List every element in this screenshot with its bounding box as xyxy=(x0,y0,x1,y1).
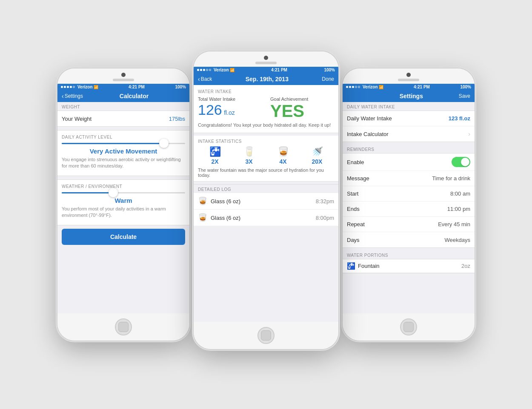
screen-right: DAILY WATER INTAKE Daily Water Intake 12… xyxy=(343,102,475,313)
goal-value: YES xyxy=(270,102,334,119)
back-button-center[interactable]: ‹ Back xyxy=(198,76,212,82)
carrier-center: Verizon xyxy=(214,68,229,72)
start-value: 8:00 am xyxy=(450,190,470,197)
activity-slider-track[interactable] xyxy=(62,143,185,144)
ends-value: 11:00 pm xyxy=(447,206,470,212)
signal-right: Verizon 📶 xyxy=(346,85,383,89)
phone-top-right xyxy=(343,68,475,84)
weight-label: Your Weight xyxy=(62,116,92,122)
nav-bar-center: ‹ Back Sep. 19th, 2013 Done xyxy=(194,73,338,85)
chevron-left-icon: ‹ xyxy=(62,93,64,99)
intake-row: Total Water Intake 126 fl.oz Goal Achiev… xyxy=(198,97,334,119)
center-phone: Verizon 📶 4:21 PM 100% ‹ Back Sep. 19th,… xyxy=(194,51,338,349)
stat-count-3: 20X xyxy=(312,158,323,165)
weight-value: 175lbs xyxy=(169,116,185,122)
daily-water-row: Daily Water Intake 123 fl.oz xyxy=(343,111,475,126)
days-label: Days xyxy=(347,237,360,243)
total-number: 126 xyxy=(198,102,222,118)
repeat-value: Every 45 min xyxy=(438,221,470,227)
daily-value: 123 fl.oz xyxy=(449,115,470,122)
enable-toggle[interactable] xyxy=(452,157,470,167)
home-button-center[interactable] xyxy=(257,327,275,344)
calculate-button[interactable]: Calculate xyxy=(62,229,185,245)
stat-item-2: 🥃 4X xyxy=(277,146,289,165)
activity-slider-thumb xyxy=(159,139,169,148)
camera-left xyxy=(121,73,126,77)
total-value-row: 126 fl.oz xyxy=(198,102,262,117)
phones-container: Verizon 📶 4:21 PM 100% ‹ Settings Calcul… xyxy=(32,30,500,379)
fountain-icon: 🚰 xyxy=(347,262,355,270)
water-intake-header: WATER INTAKE xyxy=(198,89,334,94)
enable-row: Enable xyxy=(343,153,475,171)
battery-left: 100% xyxy=(175,85,186,89)
fountain-label: Fountain xyxy=(358,263,461,269)
signal-dots-right xyxy=(346,86,360,88)
activity-section: DAILY ACTIVITY LEVEL Very Active Movemen… xyxy=(57,130,189,176)
log-time-1: 8:00pm xyxy=(316,215,334,221)
nav-title-right: Settings xyxy=(400,93,423,99)
days-row: Days Weekdays xyxy=(343,232,475,247)
speaker-right xyxy=(398,79,419,81)
screen-center: WATER INTAKE Total Water Intake 126 fl.o… xyxy=(194,85,338,322)
intake-calc-row[interactable]: Intake Calculator › xyxy=(343,126,475,142)
left-phone: Verizon 📶 4:21 PM 100% ‹ Settings Calcul… xyxy=(57,68,189,341)
stat-icon-1: 🥛 xyxy=(243,146,255,157)
log-header: DETAILED LOG xyxy=(194,185,338,193)
time-left: 4:21 PM xyxy=(129,85,145,89)
fountain-value: 2oz xyxy=(461,263,470,269)
signal-left: Verizon 📶 xyxy=(61,85,98,89)
daily-header: DAILY WATER INTAKE xyxy=(343,102,475,111)
log-section: DETAILED LOG 🥃 Glass (6 oz) 8:32pm 🥃 Gla… xyxy=(194,184,338,226)
right-phone: Verizon 📶 4:21 PM 100% Settings Save DAI… xyxy=(343,68,475,341)
weather-slider-thumb xyxy=(109,188,118,197)
phone-bottom-right xyxy=(343,313,475,341)
nav-right-center[interactable]: Done xyxy=(322,76,334,82)
activity-desc: You engage into strenuous aerobic activi… xyxy=(62,156,185,170)
carrier-left: Verizon xyxy=(77,85,93,89)
phone-top-left xyxy=(57,68,189,84)
weather-desc: You perform most of your daily activitie… xyxy=(62,206,185,219)
daily-label: Daily Water Intake xyxy=(347,115,392,122)
message-row: Message Time for a drink xyxy=(343,171,475,186)
phone-top-center xyxy=(194,51,338,67)
wifi-icon-center: 📶 xyxy=(230,68,235,72)
ends-row: Ends 11:00 pm xyxy=(343,202,475,217)
home-button-right[interactable] xyxy=(400,318,417,335)
phone-bottom-left xyxy=(57,313,189,341)
nav-bar-right: Settings Save xyxy=(343,90,475,102)
log-row-0: 🥃 Glass (6 oz) 8:32pm xyxy=(194,193,338,210)
chevron-center-icon: ‹ xyxy=(198,76,200,82)
wifi-icon-left: 📶 xyxy=(94,85,98,89)
total-unit: fl.oz xyxy=(224,109,235,116)
reminders-header: REMINDERS xyxy=(343,145,475,153)
stats-header: INTAKE STATISTICS xyxy=(198,139,334,144)
signal-center: Verizon 📶 xyxy=(197,68,235,72)
stat-icon-2: 🥃 xyxy=(277,146,289,157)
battery-center: 100% xyxy=(324,68,335,72)
activity-slider-fill xyxy=(62,143,167,144)
message-value: Time for a drink xyxy=(432,175,470,182)
back-button-left[interactable]: ‹ Settings xyxy=(62,93,83,99)
weather-active-label: Warm xyxy=(62,197,185,204)
activity-active-label: Very Active Movement xyxy=(62,148,185,155)
nav-save-right[interactable]: Save xyxy=(459,93,470,99)
home-button-left[interactable] xyxy=(115,318,132,335)
log-icon-0: 🥃 xyxy=(198,196,207,206)
fountain-row: 🚰 Fountain 2oz xyxy=(343,259,475,273)
ends-label: Ends xyxy=(347,206,360,212)
weather-slider-track[interactable] xyxy=(62,192,185,193)
home-button-inner-right xyxy=(403,322,414,332)
status-bar-left: Verizon 📶 4:21 PM 100% xyxy=(57,84,189,90)
reminders-card: Enable Message Time for a drink Start 8:… xyxy=(343,153,475,248)
message-label: Message xyxy=(347,175,369,182)
speaker-left xyxy=(113,79,134,81)
goal-label: Goal Achievement xyxy=(270,97,334,102)
days-value: Weekdays xyxy=(445,237,470,243)
daily-card: Daily Water Intake 123 fl.oz Intake Calc… xyxy=(343,111,475,142)
stat-item-1: 🥛 3X xyxy=(243,146,255,165)
start-row: Start 8:00 am xyxy=(343,186,475,202)
goal-col: Goal Achievement YES xyxy=(270,97,334,119)
weight-row: Your Weight 175lbs xyxy=(57,111,189,126)
log-time-0: 8:32pm xyxy=(316,198,334,204)
nav-bar-left: ‹ Settings Calculator xyxy=(57,90,189,102)
